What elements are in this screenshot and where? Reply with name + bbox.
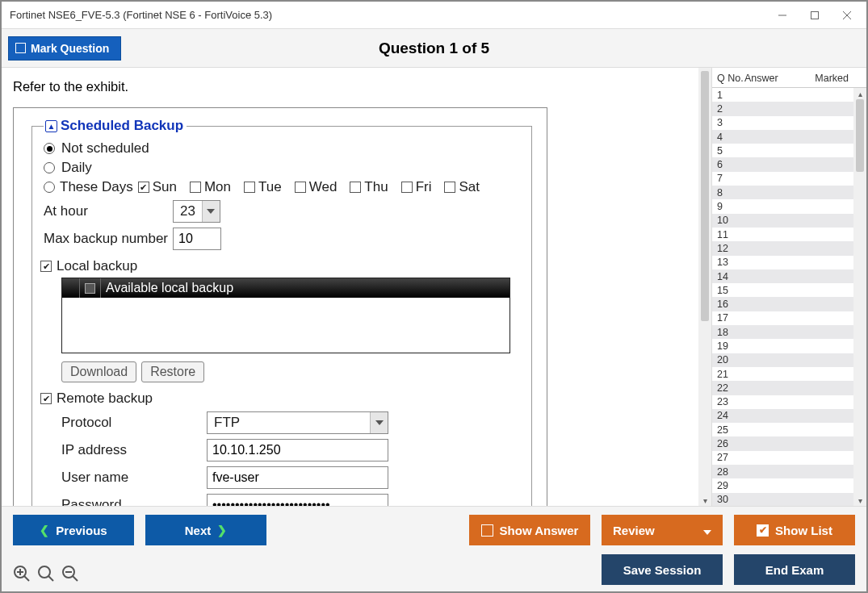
at-hour-dropdown[interactable]: 23 (173, 200, 220, 223)
svg-marker-4 (207, 209, 215, 214)
show-answer-button[interactable]: Show Answer (469, 515, 590, 545)
checkbox-icon (350, 182, 361, 193)
question-list-row[interactable]: 29 (712, 478, 866, 492)
question-list-row[interactable]: 30 (712, 493, 866, 506)
next-button[interactable]: Next ❯ (145, 515, 266, 545)
password-input[interactable] (207, 494, 388, 506)
day-thu[interactable]: Thu (350, 179, 388, 195)
at-hour-value: 23 (174, 203, 202, 219)
day-mon[interactable]: Mon (190, 179, 231, 195)
question-list-row[interactable]: 25 (712, 423, 866, 436)
list-scrollbar[interactable]: ▴ ▾ (853, 88, 866, 506)
zoom-reset-icon[interactable] (37, 565, 55, 586)
question-scrollbar[interactable]: ▴ ▾ (698, 68, 711, 506)
question-list-row[interactable]: 26 (712, 436, 866, 450)
question-list-row[interactable]: 20 (712, 353, 866, 367)
table-header: Available local backup (62, 278, 509, 298)
checkbox-icon (244, 182, 255, 193)
previous-button[interactable]: ❮ Previous (13, 515, 134, 545)
question-list-row[interactable]: 9 (712, 199, 866, 213)
app-window: Fortinet NSE6_FVE-5.3 (Fortinet NSE 6 - … (0, 0, 868, 593)
option-label: These Days (60, 179, 133, 195)
chevron-down-icon (370, 412, 388, 433)
question-list-row[interactable]: 28 (712, 465, 866, 478)
remote-backup-toggle[interactable]: Remote backup (40, 390, 520, 407)
question-list-row[interactable]: 7 (712, 172, 866, 186)
exhibit-panel: ▲ Scheduled Backup Not scheduled Daily (13, 107, 547, 506)
col-answer: Answer (744, 73, 801, 84)
protocol-dropdown[interactable]: FTP (207, 411, 388, 434)
scroll-down-icon[interactable]: ▾ (853, 495, 866, 506)
save-session-button[interactable]: Save Session (602, 554, 723, 585)
scroll-thumb[interactable] (856, 99, 864, 172)
svg-marker-6 (703, 530, 711, 535)
question-list-row[interactable]: 11 (712, 228, 866, 241)
col-qno: Q No. (712, 73, 744, 84)
zoom-out-icon[interactable] (61, 565, 79, 586)
question-list-row[interactable]: 17 (712, 311, 866, 325)
question-list-row[interactable]: 27 (712, 451, 866, 465)
question-list-row[interactable]: 1 (712, 88, 866, 102)
collapse-icon[interactable]: ▲ (45, 120, 57, 132)
question-list-row[interactable]: 5 (712, 144, 866, 157)
scroll-up-icon[interactable]: ▴ (853, 88, 866, 99)
ip-label: IP address (61, 442, 207, 458)
question-list-row[interactable]: 24 (712, 409, 866, 423)
question-list-row[interactable]: 16 (712, 297, 866, 311)
checkbox-icon: ✔ (757, 524, 769, 537)
max-backup-input[interactable] (173, 228, 221, 250)
day-sat[interactable]: Sat (444, 179, 480, 195)
question-list-row[interactable]: 23 (712, 395, 866, 409)
username-label: User name (61, 470, 207, 486)
question-list-row[interactable]: 3 (712, 116, 866, 130)
option-these-days[interactable] (44, 182, 55, 193)
question-list-row[interactable]: 15 (712, 283, 866, 297)
review-dropdown[interactable]: Review (602, 515, 723, 545)
zoom-in-icon[interactable] (13, 565, 31, 586)
download-button[interactable]: Download (61, 361, 136, 382)
svg-rect-1 (811, 11, 819, 19)
question-list-row[interactable]: 22 (712, 381, 866, 395)
option-not-scheduled[interactable]: Not scheduled (44, 140, 520, 157)
table-col-select[interactable] (80, 278, 101, 298)
mark-question-button[interactable]: Mark Question (8, 36, 121, 61)
username-input[interactable] (207, 466, 388, 489)
protocol-value: FTP (208, 415, 246, 431)
show-list-button[interactable]: ✔ Show List (734, 515, 855, 545)
local-backup-table: Available local backup (61, 278, 510, 353)
day-tue[interactable]: Tue (244, 179, 282, 195)
day-wed[interactable]: Wed (295, 179, 338, 195)
question-list-row[interactable]: 12 (712, 241, 866, 255)
ip-input[interactable] (207, 439, 388, 461)
question-list-row[interactable]: 19 (712, 339, 866, 353)
username-row: User name (61, 466, 520, 489)
minimize-button[interactable] (766, 3, 799, 27)
local-backup-toggle[interactable]: Local backup (40, 258, 520, 274)
option-these-days-row: These Days Sun Mon Tue Wed Thu Fri Sat (44, 179, 520, 195)
checkbox-icon (401, 182, 413, 193)
question-list-row[interactable]: 13 (712, 256, 866, 269)
day-sun[interactable]: Sun (138, 179, 177, 195)
close-button[interactable] (831, 3, 863, 27)
scroll-thumb[interactable] (701, 71, 709, 321)
question-list-row[interactable]: 2 (712, 102, 866, 115)
question-list-row[interactable]: 6 (712, 157, 866, 171)
window-title: Fortinet NSE6_FVE-5.3 (Fortinet NSE 6 - … (10, 9, 272, 21)
checkbox-icon (40, 393, 52, 404)
question-list-row[interactable]: 10 (712, 214, 866, 228)
question-list-row[interactable]: 21 (712, 367, 866, 381)
restore-button[interactable]: Restore (141, 361, 204, 382)
question-list-row[interactable]: 18 (712, 325, 866, 339)
end-exam-button[interactable]: End Exam (734, 554, 855, 585)
footer-bar: ❮ Previous Next ❯ Show Answer Review ✔ S… (2, 506, 866, 591)
at-hour-row: At hour 23 (44, 200, 520, 223)
option-daily[interactable]: Daily (44, 160, 520, 176)
question-list-row[interactable]: 8 (712, 186, 866, 199)
scroll-down-icon[interactable]: ▾ (698, 495, 711, 506)
maximize-button[interactable] (799, 3, 831, 27)
question-list-row[interactable]: 14 (712, 269, 866, 283)
question-counter: Question 1 of 5 (379, 40, 489, 57)
day-fri[interactable]: Fri (401, 179, 432, 195)
question-list-row[interactable]: 4 (712, 130, 866, 144)
svg-line-14 (73, 576, 78, 581)
